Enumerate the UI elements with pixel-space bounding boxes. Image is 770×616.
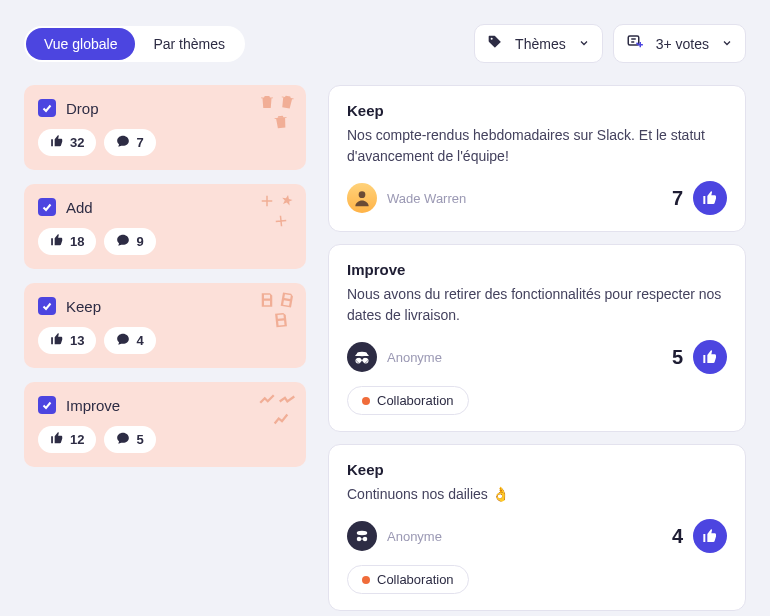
svg-point-3: [357, 358, 362, 363]
tab-themes-label: Par thèmes: [153, 36, 225, 52]
author-name: Anonyme: [387, 350, 442, 365]
tag-label: Collaboration: [377, 393, 454, 408]
category-name: Drop: [66, 100, 99, 117]
category-improve[interactable]: Improve 12 5: [24, 382, 306, 467]
avatar-anonymous: [347, 521, 377, 551]
comment-icon: [116, 134, 130, 151]
tag-collaboration[interactable]: Collaboration: [347, 386, 469, 415]
likes-count: 32: [70, 135, 84, 150]
category-stats: 32 7: [38, 129, 292, 156]
tag-dot-icon: [362, 397, 370, 405]
card-tags: Collaboration: [347, 565, 727, 594]
upvote-button[interactable]: [693, 181, 727, 215]
card-author: Anonyme: [347, 342, 442, 372]
comments-count: 7: [136, 135, 143, 150]
vote-count: 7: [672, 187, 683, 210]
comments-count: 5: [136, 432, 143, 447]
avatar-anonymous: [347, 342, 377, 372]
plus-icon: [244, 192, 296, 230]
svg-point-4: [363, 358, 368, 363]
votes-dropdown-label: 3+ votes: [656, 36, 709, 52]
comments-pill[interactable]: 5: [104, 426, 155, 453]
card-list: Keep Nos compte-rendus hebdomadaires sur…: [328, 85, 746, 611]
tab-by-themes[interactable]: Par thèmes: [135, 28, 243, 60]
card-title: Improve: [347, 261, 727, 278]
trash-icon: [244, 93, 296, 131]
feedback-card[interactable]: Keep Continuons nos dailies 👌 Anonyme 4: [328, 444, 746, 611]
tag-icon: [487, 34, 503, 53]
comments-count: 9: [136, 234, 143, 249]
upvote-button[interactable]: [693, 519, 727, 553]
feedback-card[interactable]: Keep Nos compte-rendus hebdomadaires sur…: [328, 85, 746, 232]
comments-pill[interactable]: 4: [104, 327, 155, 354]
card-footer: Anonyme 4: [347, 519, 727, 553]
filters: Thèmes 3+ votes: [474, 24, 746, 63]
votes-filter-icon: [626, 33, 644, 54]
upvote-button[interactable]: [693, 340, 727, 374]
thumb-up-icon: [50, 233, 64, 250]
category-add[interactable]: Add 18 9: [24, 184, 306, 269]
category-checkbox[interactable]: [38, 396, 56, 414]
likes-pill[interactable]: 18: [38, 228, 96, 255]
view-tabs: Vue globale Par thèmes: [24, 26, 245, 62]
comments-pill[interactable]: 9: [104, 228, 155, 255]
thumb-up-icon: [50, 332, 64, 349]
thumb-up-icon: [50, 431, 64, 448]
category-checkbox[interactable]: [38, 198, 56, 216]
svg-point-7: [357, 537, 362, 542]
comment-icon: [116, 233, 130, 250]
tab-global-label: Vue globale: [44, 36, 117, 52]
svg-point-1: [359, 191, 366, 198]
card-author: Anonyme: [347, 521, 442, 551]
likes-pill[interactable]: 32: [38, 129, 96, 156]
card-author: Wade Warren: [347, 183, 466, 213]
card-title: Keep: [347, 461, 727, 478]
card-votes: 5: [672, 340, 727, 374]
themes-dropdown-label: Thèmes: [515, 36, 566, 52]
category-name: Keep: [66, 298, 101, 315]
topbar: Vue globale Par thèmes Thèmes 3+ vote: [24, 24, 746, 63]
author-name: Wade Warren: [387, 191, 466, 206]
card-tags: Collaboration: [347, 386, 727, 415]
category-checkbox[interactable]: [38, 99, 56, 117]
likes-count: 18: [70, 234, 84, 249]
comment-icon: [116, 332, 130, 349]
themes-dropdown[interactable]: Thèmes: [474, 24, 603, 63]
tag-label: Collaboration: [377, 572, 454, 587]
svg-rect-9: [361, 538, 363, 539]
tag-collaboration[interactable]: Collaboration: [347, 565, 469, 594]
category-drop[interactable]: Drop 32 7: [24, 85, 306, 170]
tag-dot-icon: [362, 576, 370, 584]
likes-pill[interactable]: 12: [38, 426, 96, 453]
svg-point-8: [363, 537, 368, 542]
category-name: Improve: [66, 397, 120, 414]
save-icon: [244, 291, 296, 329]
category-name: Add: [66, 199, 93, 216]
vote-count: 5: [672, 346, 683, 369]
avatar: [347, 183, 377, 213]
category-keep[interactable]: Keep 13 4: [24, 283, 306, 368]
comment-icon: [116, 431, 130, 448]
svg-point-6: [357, 531, 368, 536]
svg-point-2: [357, 352, 368, 357]
category-checkbox[interactable]: [38, 297, 56, 315]
comments-count: 4: [136, 333, 143, 348]
chevron-down-icon: [721, 36, 733, 52]
trend-icon: [244, 390, 296, 428]
tab-global-view[interactable]: Vue globale: [26, 28, 135, 60]
card-votes: 4: [672, 519, 727, 553]
card-body: Nous avons du retirer des fonctionnalité…: [347, 284, 727, 326]
author-name: Anonyme: [387, 529, 442, 544]
category-stats: 18 9: [38, 228, 292, 255]
content: Drop 32 7: [24, 85, 746, 611]
likes-count: 13: [70, 333, 84, 348]
votes-dropdown[interactable]: 3+ votes: [613, 24, 746, 63]
vote-count: 4: [672, 525, 683, 548]
thumb-up-icon: [50, 134, 64, 151]
card-footer: Wade Warren 7: [347, 181, 727, 215]
likes-pill[interactable]: 13: [38, 327, 96, 354]
category-stats: 12 5: [38, 426, 292, 453]
comments-pill[interactable]: 7: [104, 129, 155, 156]
card-votes: 7: [672, 181, 727, 215]
feedback-card[interactable]: Improve Nous avons du retirer des foncti…: [328, 244, 746, 432]
